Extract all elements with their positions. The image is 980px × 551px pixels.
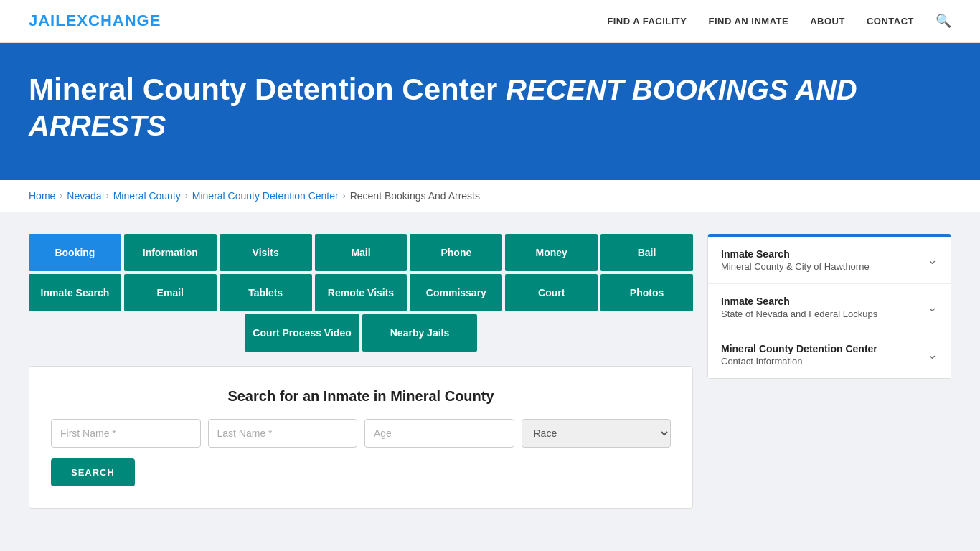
sidebar-item-inmate-search-nevada[interactable]: Inmate Search State of Nevada and Federa… — [708, 284, 951, 331]
sidebar-item-title-2: Inmate Search — [721, 296, 877, 307]
search-title: Search for an Inmate in Mineral County — [51, 388, 671, 405]
logo-jail: JAIL — [29, 11, 66, 29]
main-nav: FIND A FACILITY FIND AN INMATE ABOUT CON… — [607, 13, 951, 29]
btn-bail[interactable]: Bail — [600, 234, 693, 271]
sidebar-item-text-1: Inmate Search Mineral County & City of H… — [721, 248, 870, 272]
btn-money[interactable]: Money — [505, 234, 598, 271]
nav-buttons-row1: Booking Information Visits Mail Phone Mo… — [29, 234, 693, 271]
main-content: Booking Information Visits Mail Phone Mo… — [0, 212, 980, 530]
search-button[interactable]: SEARCH — [51, 458, 135, 486]
btn-phone[interactable]: Phone — [410, 234, 502, 271]
age-input[interactable] — [364, 419, 514, 448]
nav-buttons-row3: Court Process Video Nearby Jails — [29, 314, 693, 352]
last-name-input[interactable] — [208, 419, 358, 448]
chevron-icon-2: ⌄ — [927, 299, 938, 315]
first-name-input[interactable] — [51, 419, 201, 448]
race-select[interactable]: Race — [522, 419, 672, 448]
breadcrumb-home[interactable]: Home — [29, 190, 55, 202]
nav-about[interactable]: ABOUT — [810, 16, 845, 27]
sidebar-card: Inmate Search Mineral County & City of H… — [707, 234, 951, 379]
btn-mail[interactable]: Mail — [315, 234, 407, 271]
search-box: Search for an Inmate in Mineral County R… — [29, 366, 693, 509]
chevron-icon-3: ⌄ — [927, 347, 938, 362]
right-sidebar: Inmate Search Mineral County & City of H… — [707, 234, 951, 509]
breadcrumb-nevada[interactable]: Nevada — [67, 190, 101, 202]
breadcrumb-detention[interactable]: Mineral County Detention Center — [192, 190, 339, 202]
nav-buttons-row2: Inmate Search Email Tablets Remote Visit… — [29, 274, 693, 311]
sep1: › — [60, 191, 62, 201]
btn-email[interactable]: Email — [124, 274, 217, 311]
btn-visits[interactable]: Visits — [220, 234, 312, 271]
breadcrumb-current: Recent Bookings And Arrests — [350, 190, 480, 202]
sidebar-item-text-3: Mineral County Detention Center Contact … — [721, 343, 877, 367]
chevron-icon-1: ⌄ — [927, 252, 938, 268]
btn-commissary[interactable]: Commissary — [410, 274, 502, 311]
nav-contact[interactable]: CONTACT — [867, 16, 914, 27]
sidebar-item-contact-info[interactable]: Mineral County Detention Center Contact … — [708, 331, 951, 378]
btn-tablets[interactable]: Tablets — [220, 274, 312, 311]
nav-find-inmate[interactable]: FIND AN INMATE — [708, 16, 788, 27]
logo[interactable]: JAILEXCHANGE — [29, 11, 161, 30]
btn-court[interactable]: Court — [505, 274, 598, 311]
sidebar-item-inmate-search-mineral[interactable]: Inmate Search Mineral County & City of H… — [708, 237, 951, 284]
hero-title-main: Mineral County Detention Center — [29, 72, 497, 106]
page-title: Mineral County Detention Center RECENT B… — [29, 72, 951, 144]
sidebar-item-subtitle-1: Mineral County & City of Hawthorne — [721, 261, 870, 272]
sidebar-item-text-2: Inmate Search State of Nevada and Federa… — [721, 296, 877, 319]
breadcrumb: Home › Nevada › Mineral County › Mineral… — [0, 180, 980, 212]
btn-information[interactable]: Information — [124, 234, 217, 271]
sidebar-item-subtitle-3: Contact Information — [721, 356, 877, 367]
btn-court-process-video[interactable]: Court Process Video — [245, 314, 359, 352]
header: JAILEXCHANGE FIND A FACILITY FIND AN INM… — [0, 0, 980, 43]
sep3: › — [185, 191, 188, 201]
sidebar-item-title-3: Mineral County Detention Center — [721, 343, 877, 354]
sidebar-item-subtitle-2: State of Nevada and Federal Lockups — [721, 309, 877, 319]
btn-nearby-jails[interactable]: Nearby Jails — [362, 314, 477, 352]
nav-find-facility[interactable]: FIND A FACILITY — [607, 16, 687, 27]
btn-booking[interactable]: Booking — [29, 234, 121, 271]
left-column: Booking Information Visits Mail Phone Mo… — [29, 234, 693, 509]
logo-exchange: EXCHANGE — [66, 11, 161, 29]
btn-remote-visits[interactable]: Remote Visits — [315, 274, 407, 311]
header-search-icon[interactable]: 🔍 — [936, 13, 951, 29]
search-fields: Race — [51, 419, 671, 448]
hero-section: Mineral County Detention Center RECENT B… — [0, 43, 980, 180]
btn-photos[interactable]: Photos — [600, 274, 693, 311]
btn-inmate-search[interactable]: Inmate Search — [29, 274, 121, 311]
sidebar-item-title-1: Inmate Search — [721, 248, 870, 260]
breadcrumb-mineral[interactable]: Mineral County — [113, 190, 181, 202]
sep4: › — [343, 191, 346, 201]
sep2: › — [106, 191, 109, 201]
